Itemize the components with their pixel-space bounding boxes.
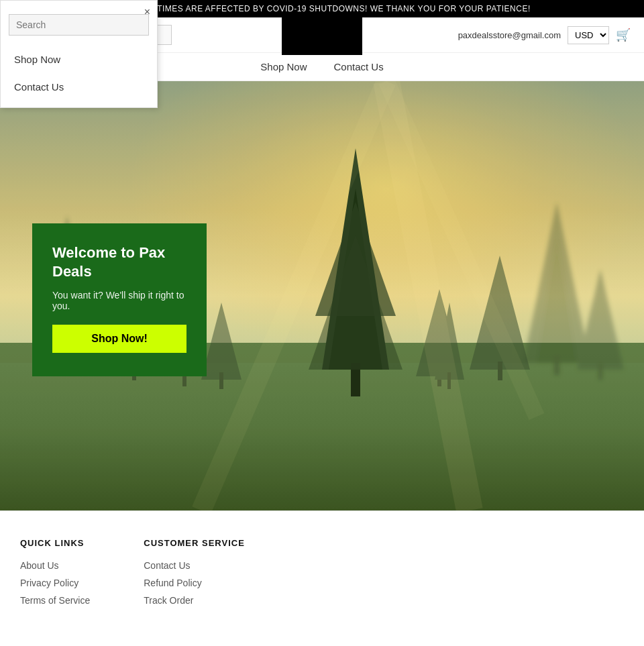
- email-link[interactable]: paxdealsstore@gmail.com: [458, 30, 561, 40]
- nav-shop-now[interactable]: Shop Now: [260, 61, 307, 72]
- cart-icon: 🛒: [616, 28, 631, 42]
- footer: QUICK LINKS About Us Privacy Policy Term…: [0, 510, 644, 633]
- hero-subtitle: You want it? We'll ship it right to you.: [52, 290, 186, 311]
- header-center: [282, 15, 362, 55]
- currency-selector[interactable]: USD EUR GBP CAD: [568, 26, 609, 44]
- site-logo: [282, 15, 362, 55]
- hero-title: Welcome to Pax Deals: [52, 244, 186, 282]
- nav-contact-us[interactable]: Contact Us: [334, 61, 384, 72]
- dropdown-close-button[interactable]: ×: [144, 6, 150, 18]
- dropdown-item-shop-now[interactable]: Shop Now: [1, 46, 157, 73]
- hero-shop-now-button[interactable]: Shop Now!: [52, 325, 186, 353]
- footer-refund-policy-link[interactable]: Refund Policy: [144, 578, 245, 588]
- footer-quick-links-column: QUICK LINKS About Us Privacy Policy Term…: [20, 538, 90, 612]
- footer-track-order-link[interactable]: Track Order: [144, 595, 245, 606]
- dropdown-menu: × Shop Now Contact Us: [0, 0, 158, 108]
- announcement-text: SHIPPING TIMES ARE AFFECTED BY COVID-19 …: [113, 4, 531, 13]
- footer-customer-service-column: CUSTOMER SERVICE Contact Us Refund Polic…: [144, 538, 245, 612]
- quick-links-heading: QUICK LINKS: [20, 538, 90, 548]
- customer-service-heading: CUSTOMER SERVICE: [144, 538, 245, 548]
- hero-section: Welcome to Pax Deals You want it? We'll …: [0, 81, 644, 510]
- footer-terms-of-service-link[interactable]: Terms of Service: [20, 595, 90, 606]
- dropdown-item-contact-us[interactable]: Contact Us: [1, 73, 157, 101]
- footer-privacy-policy-link[interactable]: Privacy Policy: [20, 578, 90, 588]
- footer-columns: QUICK LINKS About Us Privacy Policy Term…: [20, 538, 624, 612]
- header-right: paxdealsstore@gmail.com USD EUR GBP CAD …: [458, 26, 631, 44]
- footer-about-us-link[interactable]: About Us: [20, 560, 90, 571]
- dropdown-search-input[interactable]: [9, 14, 149, 36]
- footer-contact-us-link[interactable]: Contact Us: [144, 560, 245, 571]
- cart-button[interactable]: 🛒: [616, 28, 631, 42]
- hero-content-box: Welcome to Pax Deals You want it? We'll …: [32, 223, 207, 376]
